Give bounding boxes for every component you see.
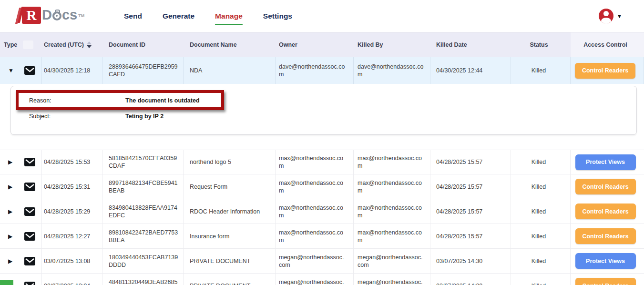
header-killed-date: Killed Date: [430, 38, 511, 52]
chevron-down-icon[interactable]: ▼: [617, 13, 622, 19]
cell-document-name: Request Form: [184, 174, 276, 199]
cell-document-name: Insurance form: [184, 224, 276, 248]
table-header-row: Type Created (UTC) Document ID Document …: [0, 32, 644, 57]
status-badge: Killed: [511, 174, 571, 199]
trademark-symbol: TM: [78, 13, 84, 18]
cell-killed-date: 04/28/2025 15:57: [430, 224, 511, 248]
cell-killed-date: 03/07/2025 14:30: [430, 274, 511, 285]
status-badge: Killed: [511, 57, 571, 84]
header-status: Status: [511, 38, 571, 52]
cell-killed-by: dave@northendassoc.com: [354, 57, 430, 84]
cell-killed-date: 03/07/2025 14:30: [430, 249, 511, 273]
email-type-icon: [24, 232, 35, 241]
collapse-row-icon[interactable]: ▼: [8, 67, 14, 74]
table-row: ▼ 04/30/2025 12:18 288936466475DEFB2959C…: [0, 57, 644, 84]
logo-word-d: D: [42, 7, 52, 23]
cell-killed-by: megan@northendassoc.co: [354, 274, 430, 285]
cell-document-id: 180349440453ECAB7139DDDD: [102, 249, 184, 273]
app-window: R D cs TM Send Generate Manage Settings …: [0, 0, 644, 285]
logo-wordmark: D cs TM: [42, 7, 84, 23]
header-owner: Owner: [276, 38, 354, 52]
header-type: Type: [0, 38, 42, 52]
cell-owner: megan@northendassoc.com: [276, 249, 354, 273]
nav-manage[interactable]: Manage: [215, 9, 243, 23]
header-created[interactable]: Created (UTC): [42, 38, 102, 52]
subject-value: Teting by IP 2: [125, 113, 164, 120]
table-row: ▶ 04/28/2025 12:27 898108422472BAED7753B…: [0, 224, 644, 249]
expanded-detail-zone: Reason: The document is outdated Subject…: [0, 84, 644, 150]
cell-killed-date: 04/28/2025 15:57: [430, 150, 511, 174]
account-menu[interactable]: ▼: [599, 9, 622, 23]
email-type-icon: [24, 207, 35, 216]
user-avatar-icon[interactable]: [599, 9, 613, 23]
cell-created: 04/28/2025 15:29: [42, 199, 102, 224]
control-readers-button[interactable]: Control Readers: [575, 179, 636, 194]
protect-views-button[interactable]: Protect Views: [575, 253, 636, 269]
cell-document-id: 834980413828FEAA9174EDFC: [102, 199, 184, 224]
protect-views-button[interactable]: Protect Views: [575, 154, 636, 170]
cell-created: 04/30/2025 12:18: [42, 57, 102, 84]
table-row: ▶ 04/28/2025 15:53 581858421570CFFA0359C…: [0, 150, 644, 174]
control-readers-button[interactable]: Control Readers: [575, 63, 635, 79]
email-type-icon: [24, 257, 35, 265]
header-document-id: Document ID: [102, 38, 184, 52]
cell-owner: megan@northendassoc.co: [276, 274, 354, 285]
cell-created: 04/28/2025 15:31: [42, 174, 102, 199]
nav-send[interactable]: Send: [124, 9, 142, 23]
cell-document-id: 288936466475DEFB2959CAFD: [102, 57, 184, 84]
reason-label: Reason:: [29, 97, 51, 104]
header-access-control: Access Control: [571, 32, 644, 57]
cell-document-name: RDOC Header Information: [184, 199, 276, 224]
email-type-icon: [24, 158, 35, 166]
cell-document-name: PRIVATE DOCUMENT: [184, 249, 276, 273]
expand-row-icon[interactable]: ▶: [8, 158, 14, 166]
cell-killed-by: megan@northendassoc.com: [354, 249, 430, 273]
cell-killed-date: 04/28/2025 15:57: [430, 199, 511, 224]
kill-detail-panel: Reason: The document is outdated Subject…: [10, 86, 637, 135]
expand-row-icon[interactable]: ▶: [8, 257, 14, 265]
expand-row-icon[interactable]: ▶: [8, 208, 14, 215]
table-row: ▶ 03/07/2025 13:08 180349440453ECAB7139D…: [0, 249, 644, 274]
cell-created: 03/07/2025 13:04: [42, 274, 102, 285]
cell-created: 03/07/2025 13:08: [42, 249, 102, 273]
expand-row-icon[interactable]: ▶: [8, 233, 14, 240]
cell-killed-date: 04/30/2025 12:44: [430, 57, 511, 84]
cell-killed-by: max@northendassoc.com: [354, 224, 430, 248]
subject-label: Subject:: [29, 113, 51, 120]
cell-document-name: northend logo 5: [184, 150, 276, 174]
email-type-icon: [24, 183, 35, 191]
header-ghost-box: [23, 41, 33, 49]
nav-settings[interactable]: Settings: [263, 9, 292, 23]
email-type-icon: [24, 282, 35, 285]
cell-killed-by: max@northendassoc.com: [354, 199, 430, 224]
header-killed-by: Killed By: [354, 38, 430, 52]
email-type-icon: [24, 66, 35, 75]
control-readers-button[interactable]: Control Readers: [575, 278, 636, 285]
lock-o-icon: [52, 11, 61, 20]
top-navigation-bar: R D cs TM Send Generate Manage Settings …: [0, 0, 644, 32]
status-badge: Killed: [511, 249, 571, 273]
cell-created: 04/28/2025 15:53: [42, 150, 102, 174]
control-readers-button[interactable]: Control Readers: [575, 204, 636, 219]
cell-owner: max@northendassoc.com: [276, 174, 354, 199]
cell-document-id: 899718482134FCBE5941BEAB: [102, 174, 184, 199]
cell-created: 04/28/2025 12:27: [42, 224, 102, 248]
main-nav: Send Generate Manage Settings: [124, 0, 292, 32]
logo-pages-icon: [17, 6, 22, 24]
cell-document-id: 484811320449DEAB2685E: [102, 274, 184, 285]
status-badge: Killed: [511, 150, 571, 174]
table-row: ▶ 03/07/2025 13:04 484811320449DEAB2685E…: [0, 274, 644, 285]
cell-document-name: PRIVATE DOCUMENT: [184, 274, 276, 285]
cell-document-name: NDA: [184, 57, 276, 84]
reason-value: The document is outdated: [125, 97, 200, 104]
rdocs-logo[interactable]: R D cs TM: [17, 6, 84, 24]
control-readers-button[interactable]: Control Readers: [575, 228, 636, 244]
expand-row-icon[interactable]: ▶: [8, 183, 14, 191]
cell-owner: dave@northendassoc.com: [276, 57, 354, 84]
cell-owner: max@northendassoc.com: [276, 150, 354, 174]
cell-document-id: 898108422472BAED7753BBEA: [102, 224, 184, 248]
nav-generate[interactable]: Generate: [163, 9, 194, 23]
status-badge: Killed: [511, 199, 571, 224]
logo-r-mark: R: [22, 7, 41, 24]
sort-icon[interactable]: [87, 41, 92, 48]
